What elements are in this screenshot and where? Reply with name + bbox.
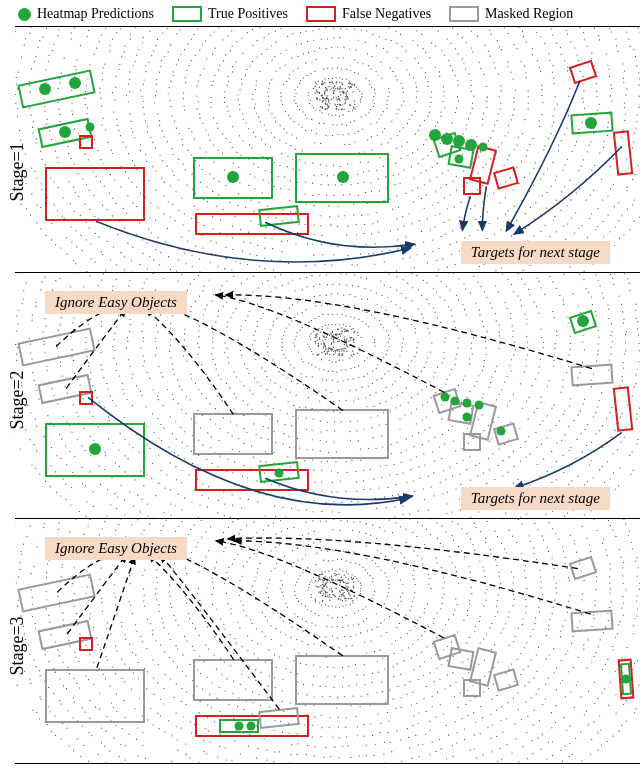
svg-point-2216 [346,285,347,286]
svg-point-5260 [526,732,527,733]
svg-point-2606 [202,290,203,291]
svg-point-1098 [148,180,149,181]
svg-point-923 [142,101,143,102]
svg-point-5643 [353,582,354,583]
svg-point-5679 [345,600,346,601]
svg-point-2034 [362,321,363,322]
svg-point-4342 [241,529,242,530]
svg-point-2981 [537,408,538,409]
svg-point-4402 [233,653,234,654]
svg-point-1120 [130,38,131,39]
svg-point-122 [387,104,388,105]
svg-point-902 [223,209,224,210]
svg-point-1205 [105,129,106,130]
svg-point-1715 [31,168,32,169]
svg-point-4689 [522,618,523,619]
svg-point-4151 [374,651,375,652]
svg-point-1180 [250,253,251,254]
svg-point-680 [484,74,485,75]
svg-point-4062 [366,545,367,546]
svg-point-5332 [581,696,582,697]
svg-point-3672 [107,515,108,516]
svg-point-1434 [603,141,604,142]
svg-point-199 [267,91,268,92]
svg-point-823 [178,159,179,160]
svg-point-329 [239,109,240,110]
svg-point-2455 [426,282,427,283]
svg-point-4717 [312,725,313,726]
svg-point-4968 [549,654,550,655]
svg-point-4297 [426,646,427,647]
svg-point-4050 [281,560,282,561]
svg-point-5078 [500,720,501,721]
svg-point-4492 [186,573,187,574]
svg-point-2109 [361,387,362,388]
svg-point-2355 [227,321,228,322]
svg-point-4395 [274,677,275,678]
svg-point-270 [274,56,275,57]
svg-point-4771 [542,594,543,595]
svg-point-5484 [564,746,565,747]
svg-point-3261 [598,343,599,344]
svg-point-5004 [274,751,275,752]
svg-point-5288 [74,652,75,653]
svg-point-443 [435,67,436,68]
svg-point-1732 [31,27,32,28]
svg-point-2801 [513,394,514,395]
svg-point-2346 [239,381,240,382]
svg-point-218 [367,53,368,54]
svg-point-3622 [110,504,111,505]
svg-point-356 [361,29,362,30]
svg-point-3879 [342,606,343,607]
svg-point-2600 [184,329,185,330]
svg-point-2935 [176,439,177,440]
svg-point-2193 [255,359,256,360]
svg-point-1657 [34,61,35,62]
svg-point-519 [444,54,445,55]
svg-point-4520 [495,616,496,617]
svg-point-676 [471,47,472,48]
svg-point-365 [414,58,415,59]
svg-point-4357 [451,562,452,563]
svg-point-5270 [198,762,199,763]
svg-point-4918 [174,697,175,698]
svg-point-2552 [467,396,468,397]
svg-point-3555 [124,500,125,501]
svg-point-4797 [412,725,413,726]
svg-point-1688 [587,237,588,238]
svg-point-702 [426,194,427,195]
svg-point-4005 [372,560,373,561]
svg-point-2351 [224,352,225,353]
svg-point-4009 [384,573,385,574]
svg-point-2775 [157,331,158,332]
svg-point-5513 [23,626,24,627]
svg-point-1490 [58,109,59,110]
svg-point-5305 [76,519,77,520]
svg-point-2790 [510,318,511,319]
svg-point-935 [162,33,163,34]
svg-point-2857 [143,355,144,356]
svg-point-3728 [330,332,331,333]
svg-point-2751 [260,461,261,462]
svg-point-2022 [311,320,312,321]
svg-point-1937 [322,340,323,341]
svg-point-5593 [334,573,335,574]
svg-point-690 [488,140,489,141]
svg-point-4833 [142,641,143,642]
svg-point-5624 [317,586,318,587]
heatmap-dot [455,155,464,164]
svg-point-2243 [391,397,392,398]
svg-point-1733 [638,27,639,28]
svg-point-5520 [20,569,21,570]
svg-point-3786 [353,339,354,340]
svg-point-2560 [412,435,413,436]
svg-point-4868 [552,613,553,614]
svg-point-1082 [257,245,258,246]
svg-point-4861 [539,570,540,571]
svg-point-3641 [16,360,17,361]
svg-point-1051 [533,168,534,169]
svg-point-821 [185,169,186,170]
svg-point-4710 [370,723,371,724]
svg-point-3866 [343,581,344,582]
svg-point-188 [291,134,292,135]
